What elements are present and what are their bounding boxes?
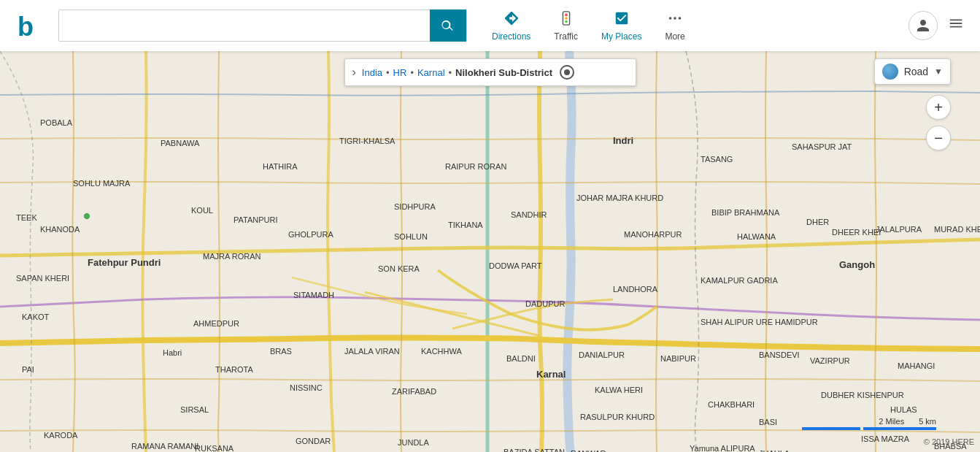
scale-bar: 2 Miles 5 km [802, 417, 936, 430]
svg-point-7 [679, 17, 682, 20]
hamburger-icon [948, 15, 964, 31]
breadcrumb-hr[interactable]: HR [393, 67, 407, 78]
nav-traffic[interactable]: Traffic [544, 6, 588, 46]
svg-point-6 [674, 17, 676, 20]
breadcrumb-karnal[interactable]: Karnal [417, 67, 445, 78]
directions-label: Directions [492, 31, 530, 42]
search-input[interactable] [59, 10, 430, 41]
right-actions [908, 11, 980, 40]
zoom-out-button[interactable]: − [926, 126, 951, 150]
search-icon [441, 19, 455, 32]
map-view-label: Road [904, 66, 928, 77]
more-icon [667, 10, 683, 30]
map-container[interactable]: IndriGangohKarnalFatehpur PundriHabriPOB… [0, 51, 980, 452]
svg-point-3 [565, 17, 568, 20]
fatehpur-pundri-dot [84, 213, 90, 219]
miles-label: 2 Miles [879, 417, 904, 426]
svg-point-4 [565, 20, 568, 23]
breadcrumb-expand-arrow[interactable]: › [352, 66, 356, 79]
copyright: © 2019 HERE [924, 437, 974, 446]
header: b Directions Traffic [0, 0, 980, 51]
map-controls: + − [926, 95, 951, 156]
search-area [58, 9, 467, 42]
user-button[interactable] [908, 11, 938, 40]
more-label: More [665, 31, 684, 42]
nav-more[interactable]: More [655, 6, 695, 46]
nav-items: Directions Traffic My Places More [482, 6, 695, 46]
map-svg [0, 51, 980, 452]
breadcrumb-bar: › India • HR • Karnal • Nilokheri Sub-Di… [344, 58, 636, 86]
current-location-icon[interactable] [560, 65, 574, 80]
scale-line [802, 427, 936, 430]
search-button[interactable] [430, 9, 466, 42]
bing-logo-icon: b [15, 11, 44, 40]
myplaces-label: My Places [601, 31, 641, 42]
km-label: 5 km [919, 417, 936, 426]
traffic-icon [558, 10, 574, 30]
scale-line-miles [802, 427, 860, 430]
hamburger-menu-button[interactable] [944, 11, 968, 40]
traffic-label: Traffic [554, 31, 578, 42]
myplaces-icon [614, 10, 630, 30]
zoom-in-button[interactable]: + [926, 95, 951, 120]
nav-myplaces[interactable]: My Places [591, 6, 652, 46]
svg-text:b: b [18, 12, 34, 40]
directions-icon [503, 10, 520, 30]
breadcrumb-current: Nilokheri Sub-District [455, 67, 552, 78]
map-view-globe-icon [882, 64, 898, 80]
user-icon [916, 18, 930, 33]
breadcrumb-india[interactable]: India [362, 67, 382, 78]
nav-directions[interactable]: Directions [482, 6, 541, 46]
svg-point-2 [565, 13, 568, 16]
logo-area[interactable]: b [0, 11, 58, 40]
scale-line-km [863, 427, 936, 430]
map-view-selector[interactable]: Road ▼ [874, 58, 951, 85]
svg-point-5 [669, 17, 672, 20]
scale-labels: 2 Miles 5 km [879, 417, 936, 426]
map-view-chevron-icon: ▼ [934, 66, 943, 77]
